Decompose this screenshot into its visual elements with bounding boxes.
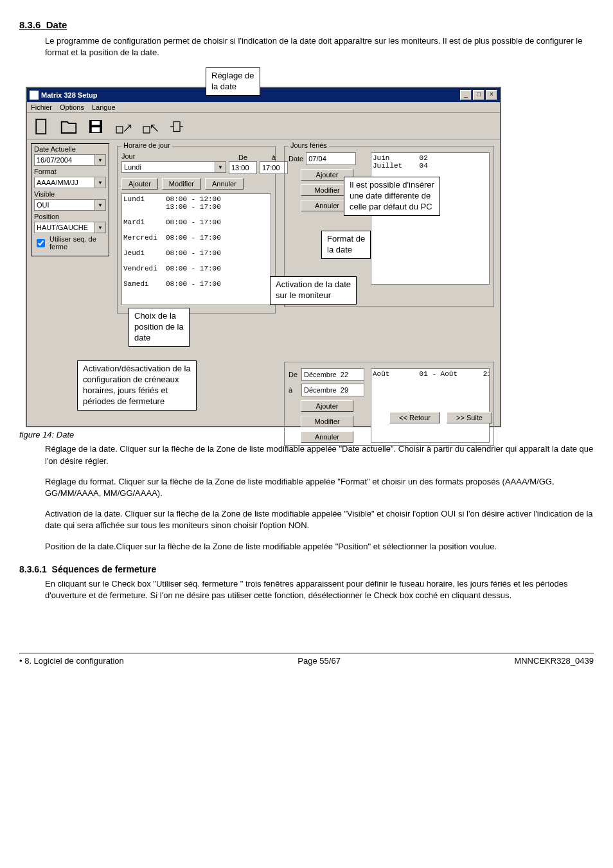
callout-reglage: Réglage de la date	[206, 67, 260, 96]
btn-retour[interactable]: << Retour	[389, 412, 440, 423]
dropdown-arrow-icon[interactable]: ▼	[94, 222, 106, 233]
section-heading: 8.3.6 Date	[19, 19, 594, 30]
connect-icon[interactable]	[167, 117, 186, 135]
callout-seq: Activation/désactivation de la configura…	[77, 360, 197, 411]
subsection-title: Séquences de fermeture	[52, 564, 157, 574]
svg-rect-4	[116, 127, 123, 133]
lbl-de-2: De	[289, 371, 299, 378]
dropdown-arrow-icon[interactable]: ▼	[94, 154, 106, 166]
btn-modifier-1[interactable]: Modifier	[162, 178, 201, 190]
label-position: Position	[31, 211, 109, 220]
btn-modifier-3[interactable]: Modifier	[301, 416, 353, 427]
group-jours-title: Jours fériés	[289, 141, 329, 149]
lbl-a-2: à	[289, 386, 299, 394]
list-horaire[interactable]: Lundi 08:00 - 12:00 13:00 - 17:00 Mardi …	[121, 193, 271, 305]
footer-right: MNNCEKR328_0439	[514, 656, 594, 666]
callout-position: Choix de la position de la date	[129, 308, 190, 347]
subsection-heading: 8.3.6.1 Séquences de fermeture	[19, 564, 594, 574]
svg-rect-6	[173, 122, 180, 132]
input-de-2[interactable]	[301, 368, 364, 381]
combo-date[interactable]: ▼	[34, 154, 106, 166]
menu-fichier[interactable]: Fichier	[31, 103, 52, 111]
subsection-body: En cliquant sur le Check box "Utiliser s…	[45, 578, 594, 601]
open-icon[interactable]	[59, 117, 78, 135]
combo-visible[interactable]: ▼	[34, 199, 106, 211]
menu-options[interactable]: Options	[60, 103, 84, 111]
minimize-button[interactable]: _	[460, 90, 472, 100]
btn-suite[interactable]: >> Suite	[447, 412, 492, 423]
group-periodes: De à Ajouter Modifier Annuler Août 01 - …	[284, 362, 494, 446]
combo-position[interactable]: ▼	[34, 222, 106, 233]
lbl-de: De	[229, 154, 257, 161]
svg-rect-3	[92, 128, 100, 133]
menu-bar: Fichier Options Langue	[27, 102, 500, 113]
section-title: Date	[46, 19, 67, 30]
figure-14: Réglage de la date Matrix 328 Setup _ □ …	[26, 67, 501, 427]
svg-rect-2	[92, 121, 100, 125]
p2: Réglage du format. Cliquer sur la flèche…	[45, 476, 594, 499]
chk-utiliser-seq[interactable]	[37, 239, 45, 247]
chk-label: Utiliser seq. de ferme	[49, 235, 106, 251]
btn-ajouter-1[interactable]: Ajouter	[121, 178, 158, 190]
p3: Activation de la date. Cliquer sur la fl…	[45, 508, 594, 531]
callout-activation: Activation de la date sur le moniteur	[270, 276, 357, 305]
menu-langue[interactable]: Langue	[92, 103, 116, 111]
group-horaire-title: Horaire de jour	[121, 141, 172, 149]
close-button[interactable]: ×	[486, 90, 497, 100]
lbl-jour: Jour	[121, 152, 226, 160]
input-date[interactable]	[306, 152, 356, 165]
label-format: Format	[31, 166, 109, 175]
list-periodes[interactable]: Août 01 - Août 21	[371, 368, 490, 443]
input-de[interactable]	[229, 161, 257, 174]
input-a-2[interactable]	[301, 384, 364, 396]
page-footer: • 8. Logiciel de configuration Page 55/6…	[19, 653, 594, 666]
combo-format[interactable]: ▼	[34, 177, 106, 188]
save-icon[interactable]	[86, 117, 105, 135]
dropdown-arrow-icon[interactable]: ▼	[94, 199, 106, 211]
new-icon[interactable]	[32, 117, 51, 135]
p4: Position de la date.Cliquer sur la flèch…	[45, 541, 594, 553]
dropdown-arrow-icon[interactable]: ▼	[94, 177, 106, 188]
section-num: 8.3.6	[19, 19, 40, 30]
combo-jour[interactable]	[121, 161, 215, 173]
svg-rect-0	[36, 120, 46, 134]
app-icon	[30, 91, 39, 100]
tool-bar	[27, 113, 500, 139]
upload-icon[interactable]	[113, 117, 132, 135]
lbl-date: Date	[289, 155, 303, 163]
combo-visible-input[interactable]	[34, 199, 94, 211]
callout-inserer: Il est possible d'insérer une date diffé…	[344, 177, 440, 216]
btn-annuler-1[interactable]: Annuler	[205, 178, 244, 190]
p1: Réglage de la date. Cliquer sur la flèch…	[45, 443, 594, 466]
footer-mid: Page 55/67	[298, 656, 341, 666]
btn-annuler-3[interactable]: Annuler	[301, 431, 353, 443]
combo-date-input[interactable]	[34, 154, 94, 166]
list-jours[interactable]: Juin 02 Juillet 04	[371, 152, 490, 285]
download-icon[interactable]	[140, 117, 159, 135]
svg-rect-5	[143, 127, 150, 133]
left-panel: Date Actuelle ▼ Format ▼ Visible ▼ Posit…	[31, 143, 109, 256]
combo-format-input[interactable]	[34, 177, 94, 188]
combo-position-input[interactable]	[34, 222, 94, 233]
footer-left: • 8. Logiciel de configuration	[19, 656, 124, 666]
title-bar: Matrix 328 Setup _ □ ×	[27, 88, 500, 102]
maximize-button[interactable]: □	[473, 90, 484, 100]
label-date-actuelle: Date Actuelle	[31, 144, 109, 153]
callout-format: Format de la date	[321, 231, 371, 259]
group-horaire: Horaire de jour Jour ▼ De à	[117, 146, 276, 314]
dropdown-arrow-icon[interactable]: ▼	[215, 161, 226, 173]
label-visible: Visible	[31, 189, 109, 198]
subsection-num: 8.3.6.1	[19, 564, 47, 574]
intro-text: Le programme de configuration permet de …	[45, 35, 594, 58]
btn-ajouter-3[interactable]: Ajouter	[301, 400, 353, 412]
